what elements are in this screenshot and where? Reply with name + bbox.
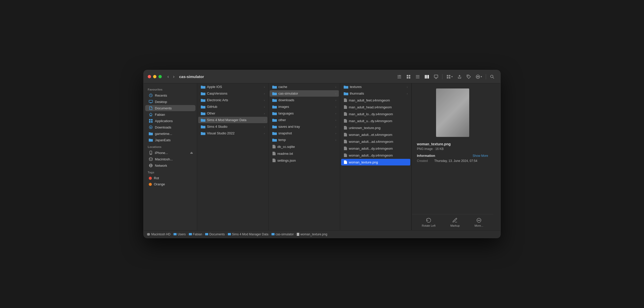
breadcrumb-woman-texture[interactable]: woman_texture.png	[297, 233, 327, 236]
file-icon-readme	[272, 151, 276, 156]
forward-button[interactable]: ›	[171, 73, 176, 80]
sidebar-item-iphone[interactable]: iPhone... ⏏	[145, 150, 195, 156]
chevron-right-icon-6: ›	[264, 119, 265, 122]
more-btn[interactable]: ▾	[474, 73, 484, 80]
nav-buttons: ‹ ›	[166, 73, 176, 80]
group-btn[interactable]: ▾	[444, 73, 454, 80]
col2-saves-tray[interactable]: saves and tray ›	[270, 123, 339, 130]
col1-sims4-mod[interactable]: Sims 4 Mod Manager Data ›	[198, 117, 267, 123]
sidebar-item-downloads-label: Downloads	[155, 125, 193, 129]
sidebar-item-japaneats[interactable]: JapanEats	[145, 137, 195, 143]
col2-readme[interactable]: readme.txt	[270, 150, 339, 157]
col2-images[interactable]: images ›	[270, 104, 339, 110]
share-btn[interactable]	[455, 73, 464, 80]
col1-apple-ios[interactable]: Apple IOS ›	[198, 84, 267, 90]
col2-temp[interactable]: temp ›	[270, 137, 339, 143]
col3-man-lo-dy[interactable]: man_adult_lo...dy.s4mmgeom	[341, 111, 410, 117]
breadcrumb-macintosh-hd[interactable]: Macintosh HD	[147, 233, 170, 236]
sidebar-item-documents-label: Documents	[155, 106, 193, 110]
sidebar-item-downloads[interactable]: Downloads	[145, 124, 195, 130]
col3-woman-dy1[interactable]: woman_adult...dy.s4mmgeom	[341, 145, 410, 152]
sidebar-item-fabian[interactable]: Fabian	[145, 111, 195, 118]
col3-unknown-texture[interactable]: unknown_texture.png	[341, 124, 410, 131]
col3-man-head-label: man_adult_head.s4mmgeom	[349, 105, 408, 109]
rotate-left-button[interactable]: Rotate Left	[422, 217, 436, 227]
columns-area: Apple IOS › CaspVersions › Electronic Ar…	[197, 83, 500, 230]
breadcrumb-documents[interactable]: Documents	[205, 233, 225, 236]
file-icon-col3-8	[344, 146, 347, 150]
view-list-btn[interactable]	[395, 73, 403, 80]
breadcrumb-documents-label: Documents	[209, 233, 225, 236]
folder-icon-col2-2	[272, 92, 277, 95]
col1-electronic-arts[interactable]: Electronic Arts ›	[198, 97, 267, 103]
svg-rect-17	[449, 75, 450, 76]
col1-visual-studio[interactable]: Visual Studio 2022 ›	[198, 130, 267, 136]
titlebar: ‹ › cas-simulator	[144, 70, 500, 83]
col2-downloads[interactable]: downloads ›	[270, 97, 339, 103]
sidebar: Favourites Recents Desktop	[144, 83, 197, 230]
sidebar-item-rot[interactable]: Rot	[145, 175, 195, 181]
svg-point-45	[478, 220, 478, 221]
col2-snapshot[interactable]: snapshot ›	[270, 130, 339, 136]
search-btn[interactable]	[488, 73, 496, 80]
svg-rect-13	[434, 75, 438, 78]
more-actions-button[interactable]: More...	[475, 217, 483, 227]
breadcrumb-fabian[interactable]: Fabian	[189, 233, 202, 236]
col3-thumnails[interactable]: thumnails ›	[341, 90, 410, 97]
sidebar-item-gametime[interactable]: gametime...	[145, 131, 195, 137]
markup-button[interactable]: Markup	[450, 217, 460, 227]
col1-casp-versions[interactable]: CaspVersions ›	[198, 90, 267, 97]
col2-languages[interactable]: languages ›	[270, 110, 339, 117]
view-icon-btn[interactable]	[404, 73, 413, 80]
breadcrumb-cas[interactable]: cas-simulator	[271, 233, 294, 236]
col2-other[interactable]: other ›	[270, 117, 339, 123]
back-button[interactable]: ‹	[166, 73, 170, 80]
col3-man-u-dy[interactable]: man_adult_u...dy.s4mmgeom	[341, 118, 410, 124]
col2-cache[interactable]: cache ›	[270, 84, 339, 90]
close-button[interactable]	[148, 75, 151, 78]
toolbar-divider-1	[442, 74, 442, 79]
svg-line-27	[493, 77, 494, 79]
view-gallery-btn[interactable]	[432, 73, 440, 80]
view-column-btn[interactable]	[423, 73, 431, 80]
col1-sims4-studio[interactable]: Sims 4 Studio ›	[198, 123, 267, 130]
col3-woman-texture[interactable]: woman_texture.png	[341, 159, 410, 165]
sidebar-item-network[interactable]: Network	[145, 162, 195, 169]
folder-icon-col3-2	[344, 92, 348, 95]
tag-btn[interactable]	[465, 73, 473, 80]
window-title: cas-simulator	[179, 74, 204, 79]
eject-icon[interactable]: ⏏	[190, 151, 193, 155]
sidebar-item-macintosh[interactable]: Macintosh...	[145, 156, 195, 162]
sidebar-item-applications[interactable]: Applications	[145, 118, 195, 124]
sidebar-item-orange[interactable]: Orange	[145, 181, 195, 187]
sidebar-item-recents[interactable]: Recents	[145, 92, 195, 98]
folder-blue2-icon	[149, 138, 153, 142]
sidebar-item-documents[interactable]: Documents	[145, 105, 195, 111]
chevron-right-icon: ›	[264, 85, 265, 88]
col3-woman-dy2[interactable]: woman_adult...dy.s4mmgeom	[341, 152, 410, 159]
svg-point-24	[478, 76, 478, 77]
preview-image	[436, 88, 469, 137]
show-more-button[interactable]: Show More	[473, 154, 488, 158]
col3-woman-et[interactable]: woman_adult...et.s4mmgeom	[341, 131, 410, 138]
svg-rect-29	[149, 100, 153, 102]
minimize-button[interactable]	[153, 75, 156, 78]
col1-other[interactable]: Other ›	[198, 110, 267, 117]
breadcrumb-file-label: woman_texture.png	[300, 233, 327, 236]
col3-textures[interactable]: textures ›	[341, 84, 410, 90]
col2-cas-simulator[interactable]: cas-simulator ›	[270, 90, 339, 97]
col3-chevron-2: ›	[407, 92, 408, 95]
col2-db-sqlite[interactable]: db_cc.sqlite	[270, 143, 339, 150]
col3-man-head[interactable]: man_adult_head.s4mmgeom	[341, 104, 410, 110]
breadcrumb-users[interactable]: Users	[174, 233, 185, 236]
col3-woman-ad[interactable]: woman_adult...ad.s4mmgeom	[341, 138, 410, 145]
sidebar-item-desktop[interactable]: Desktop	[145, 99, 195, 105]
breadcrumb-sims4mod[interactable]: Sims 4 Mod Manager Data	[228, 233, 268, 236]
statusbar: Macintosh HD › Users › Fabian › Document…	[144, 230, 500, 238]
fullscreen-button[interactable]	[158, 75, 162, 78]
col1-github[interactable]: GitHub ›	[198, 104, 267, 110]
view-list2-btn[interactable]	[414, 73, 422, 80]
col2-cas-label: cas-simulator	[278, 92, 334, 95]
col2-settings[interactable]: settings.json	[270, 157, 339, 164]
col3-man-feet[interactable]: man_adult_feet.s4mmgeom	[341, 97, 410, 104]
